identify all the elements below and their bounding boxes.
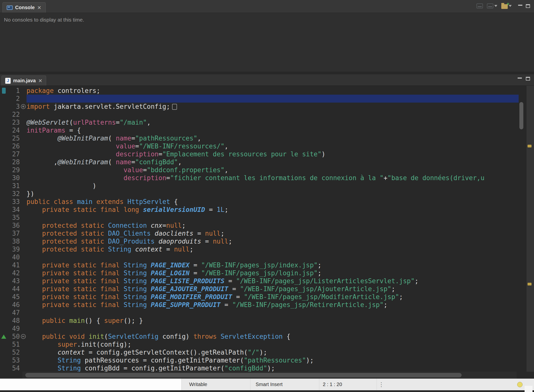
code-line[interactable]: 37 protected static DAO_Clients daoclien… bbox=[0, 229, 519, 237]
code-text[interactable]: private static final String PAGE_AJOUTER… bbox=[27, 285, 519, 293]
code-line[interactable]: 41 private static final String PAGE_INDE… bbox=[0, 261, 519, 269]
code-text[interactable]: package controlers; bbox=[27, 87, 519, 95]
code-line[interactable]: 30 description="fichier contenant les in… bbox=[0, 174, 519, 182]
code-text[interactable]: public void init(ServletConfig config) t… bbox=[27, 333, 519, 340]
fold-collapse-icon[interactable]: − bbox=[21, 334, 26, 339]
code-line[interactable]: 32}) bbox=[0, 190, 519, 198]
code-text[interactable]: private static final long serialVersionU… bbox=[27, 206, 519, 214]
tab-console[interactable]: Console ✕ bbox=[2, 2, 46, 13]
java-editor[interactable]: 1package controlers;23+import jakarta.se… bbox=[0, 86, 534, 379]
minimize-icon[interactable] bbox=[518, 78, 522, 79]
code-text[interactable]: super.init(config); bbox=[27, 340, 519, 348]
fold-expand-icon[interactable]: + bbox=[21, 104, 26, 109]
code-line[interactable]: 24initParams = { bbox=[0, 126, 519, 134]
code-line[interactable]: 3+import jakarta.servlet.ServletConfig; bbox=[0, 103, 519, 111]
code-text[interactable]: protected static DAO_Clients daoclients … bbox=[27, 229, 519, 237]
code-line[interactable]: 40 bbox=[0, 253, 519, 261]
code-text[interactable]: private static final String PAGE_LISTE_P… bbox=[27, 277, 519, 285]
code-text[interactable]: value="/WEB-INF/ressources/", bbox=[27, 142, 519, 150]
code-line[interactable]: 49 bbox=[0, 325, 519, 333]
code-text[interactable]: private static final String PAGE_INDEX =… bbox=[27, 261, 519, 269]
code-line[interactable]: 51 super.init(config); bbox=[0, 340, 519, 348]
code-text[interactable]: public main() { super(); } bbox=[27, 317, 519, 325]
code-line[interactable]: 45 private static final String PAGE_MODI… bbox=[0, 293, 519, 301]
tab-main-java[interactable]: J main.java ✕ bbox=[1, 76, 46, 85]
code-line[interactable]: 53 String pathRessources = config.getIni… bbox=[0, 356, 519, 364]
code-text[interactable]: String pathRessources = config.getInitPa… bbox=[27, 356, 519, 364]
code-text[interactable]: protected static String context = null; bbox=[27, 245, 519, 253]
code-text[interactable]: protected static Connection cnx=null; bbox=[27, 222, 519, 229]
code-text[interactable]: private static final String PAGE_MODIFIE… bbox=[27, 293, 519, 301]
close-icon[interactable]: ✕ bbox=[37, 5, 41, 10]
vertical-scrollbar[interactable] bbox=[519, 102, 523, 129]
code-text[interactable] bbox=[27, 325, 519, 333]
code-text[interactable] bbox=[27, 95, 519, 103]
code-line[interactable]: 44 private static final String PAGE_AJOU… bbox=[0, 285, 519, 293]
statusbar-drag-handle[interactable]: ⋮ bbox=[377, 379, 386, 390]
code-line[interactable]: 47 bbox=[0, 309, 519, 317]
pin-console-icon[interactable] bbox=[476, 3, 483, 8]
code-text[interactable]: context = config.getServletContext().get… bbox=[27, 348, 519, 356]
code-line[interactable]: 42 private static final String PAGE_LOGI… bbox=[0, 269, 519, 277]
code-text[interactable]: import jakarta.servlet.ServletConfig; bbox=[27, 103, 519, 111]
task-marker-icon[interactable] bbox=[2, 88, 6, 94]
code-text[interactable]: protected static DAO_Produits daoproduit… bbox=[27, 237, 519, 245]
code-text[interactable] bbox=[27, 214, 519, 222]
code-line[interactable]: 46 private static final String PAGE_SUPP… bbox=[0, 301, 519, 309]
code-text[interactable]: @WebInitParam( name="pathRessources", bbox=[27, 134, 519, 142]
notifications-icon[interactable] bbox=[517, 382, 523, 387]
code-line[interactable]: 33public class main extends HttpServlet … bbox=[0, 198, 519, 206]
code-area[interactable]: 1package controlers;23+import jakarta.se… bbox=[0, 86, 534, 372]
overview-marker[interactable] bbox=[528, 145, 532, 147]
code-text[interactable]: initParams = { bbox=[27, 126, 519, 134]
code-line[interactable]: 35 bbox=[0, 214, 519, 222]
code-line[interactable]: 50− public void init(ServletConfig confi… bbox=[0, 333, 519, 340]
code-line[interactable]: 25 @WebInitParam( name="pathRessources", bbox=[0, 134, 519, 142]
code-text[interactable]: value="bddconf.properties", bbox=[27, 166, 519, 174]
horizontal-scrollbar-track[interactable] bbox=[22, 372, 517, 379]
code-line[interactable]: 39 protected static String context = nul… bbox=[0, 245, 519, 253]
code-line[interactable]: 28 ,@WebInitParam( name="configBdd", bbox=[0, 158, 519, 166]
code-text[interactable]: private static final String PAGE_LOGIN =… bbox=[27, 269, 519, 277]
code-line[interactable]: 48 public main() { super(); } bbox=[0, 317, 519, 325]
code-line[interactable]: 29 value="bddconf.properties", bbox=[0, 166, 519, 174]
horizontal-scrollbar[interactable] bbox=[25, 373, 462, 377]
panel-splitter[interactable] bbox=[0, 72, 534, 74]
code-line[interactable]: 43 private static final String PAGE_LIST… bbox=[0, 277, 519, 285]
code-line[interactable]: 2 bbox=[0, 95, 519, 103]
code-text[interactable]: @WebServlet(urlPatterns="/main", bbox=[27, 118, 519, 126]
code-line[interactable]: 36 protected static Connection cnx=null; bbox=[0, 222, 519, 229]
code-text[interactable]: ) bbox=[27, 182, 519, 190]
code-line[interactable]: 34 private static final long serialVersi… bbox=[0, 206, 519, 214]
collapsed-code-icon[interactable] bbox=[172, 104, 177, 110]
maximize-icon[interactable] bbox=[526, 4, 530, 8]
code-line[interactable]: 26 value="/WEB-INF/ressources/", bbox=[0, 142, 519, 150]
open-console-dropdown[interactable]: + bbox=[501, 3, 512, 9]
code-text[interactable]: String configBdd = config.getInitParamet… bbox=[27, 364, 519, 372]
code-text[interactable] bbox=[27, 309, 519, 317]
code-line[interactable]: 38 protected static DAO_Produits daoprod… bbox=[0, 237, 519, 245]
code-line[interactable]: 31 ) bbox=[0, 182, 519, 190]
minimize-icon[interactable] bbox=[518, 5, 522, 6]
display-console-dropdown[interactable] bbox=[487, 3, 497, 8]
code-text[interactable]: }) bbox=[27, 190, 519, 198]
code-text[interactable]: private static final String PAGE_SUPPR_P… bbox=[27, 301, 519, 309]
close-icon[interactable]: ✕ bbox=[38, 78, 42, 83]
code-text[interactable] bbox=[27, 111, 519, 118]
code-text[interactable]: public class main extends HttpServlet { bbox=[27, 198, 519, 206]
code-line[interactable]: 23@WebServlet(urlPatterns="/main", bbox=[0, 118, 519, 126]
resize-grip[interactable] bbox=[525, 386, 533, 392]
code-text[interactable]: ,@WebInitParam( name="configBdd", bbox=[27, 158, 519, 166]
code-text[interactable]: description="Emplacement des ressources … bbox=[27, 150, 519, 158]
code-line[interactable]: 54 String configBdd = config.getInitPara… bbox=[0, 364, 519, 372]
code-text[interactable] bbox=[27, 253, 519, 261]
code-line[interactable]: 27 description="Emplacement des ressourc… bbox=[0, 150, 519, 158]
code-line[interactable]: 52 context = config.getServletContext().… bbox=[0, 348, 519, 356]
code-line[interactable]: 1package controlers; bbox=[0, 87, 519, 95]
override-marker-icon[interactable] bbox=[1, 335, 6, 339]
code-text[interactable]: description="fichier contenant les infor… bbox=[27, 174, 519, 182]
code-line[interactable]: 22 bbox=[0, 111, 519, 118]
overview-marker[interactable] bbox=[528, 283, 532, 285]
overview-ruler[interactable] bbox=[526, 86, 534, 372]
maximize-icon[interactable] bbox=[526, 77, 530, 81]
